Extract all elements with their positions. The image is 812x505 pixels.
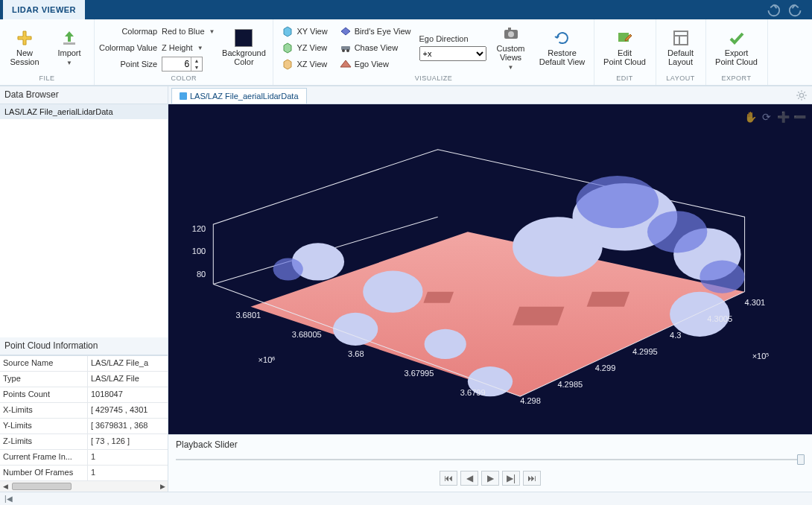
svg-rect-30 — [513, 307, 564, 325]
group-label-edit: EDIT — [599, 74, 651, 85]
view-tab-icon — [180, 92, 187, 100]
property-row: Number Of Frames1 — [0, 466, 168, 481]
svg-point-6 — [346, 49, 349, 52]
ego-icon — [340, 58, 352, 70]
canvas-tools: ✋ ⟳ ➕ ➖ — [743, 110, 806, 124]
data-browser-item[interactable]: LAS/LAZ File_aerialLidarData — [0, 104, 168, 119]
property-value: LAS/LAZ File_a — [88, 356, 168, 371]
property-row: Current Frame In...1 — [0, 450, 168, 466]
property-row: Source NameLAS/LAZ File_a — [0, 356, 168, 372]
property-key: Current Frame In... — [0, 450, 88, 465]
svg-rect-0 — [63, 42, 75, 45]
property-value: [ 429745 , 4301 — [88, 403, 168, 418]
svg-rect-31 — [587, 292, 630, 307]
status-bar: |◀ — [0, 492, 812, 505]
ribbon-group-file: New Session Import▼ FILE — [0, 19, 95, 85]
pointsize-label: Point Size — [121, 60, 158, 69]
xz-view-button[interactable]: XZ View — [278, 57, 331, 72]
undo-icon[interactable] — [764, 1, 781, 18]
spin-up-icon[interactable]: ▲ — [191, 57, 202, 64]
svg-text:4.298: 4.298 — [520, 396, 541, 405]
chevron-down-icon: ▼ — [209, 28, 215, 35]
colormap-dropdown[interactable]: Red to Blue ▼ — [162, 24, 215, 39]
svg-text:100: 100 — [192, 247, 206, 255]
property-row: Y-Limits[ 3679831 , 368 — [0, 419, 168, 434]
ego-direction-select[interactable]: +x — [419, 46, 486, 61]
point-cloud-canvas[interactable]: ✋ ⟳ ➕ ➖ — [168, 104, 812, 434]
chase-view-button[interactable]: Chase View — [336, 40, 415, 55]
property-row: TypeLAS/LAZ File — [0, 372, 168, 387]
svg-text:3.68: 3.68 — [348, 349, 364, 358]
gear-icon[interactable] — [796, 89, 808, 101]
horizontal-scrollbar[interactable]: ◀ ▶ — [0, 481, 168, 492]
custom-views-button[interactable]: Custom Views▼ — [491, 22, 531, 74]
point-size-spinner[interactable]: ▲▼ — [162, 57, 203, 72]
play-button[interactable]: ▶ — [481, 471, 499, 486]
group-label-export: EXPORT — [711, 74, 763, 85]
property-key: Source Name — [0, 356, 88, 371]
yz-view-button[interactable]: YZ View — [278, 40, 331, 55]
point-size-input[interactable] — [162, 57, 191, 71]
redo-icon[interactable] — [788, 1, 805, 18]
main-view: LAS/LAZ File_aerialLidarData ✋ ⟳ ➕ ➖ — [168, 86, 812, 492]
ribbon-group-export: Export Point Cloud EXPORT — [706, 19, 768, 85]
zoom-out-icon[interactable]: ➖ — [793, 110, 806, 124]
svg-marker-1 — [284, 27, 291, 36]
goto-end-button[interactable]: ⏭ — [523, 471, 541, 486]
ribbon: New Session Import▼ FILE Colormap Colorm… — [0, 19, 812, 86]
view-tab-active[interactable]: LAS/LAZ File_aerialLidarData — [171, 88, 307, 104]
svg-text:4.3: 4.3 — [670, 331, 681, 340]
layout-icon — [672, 29, 690, 47]
scroll-thumb[interactable] — [12, 483, 72, 490]
rotate-icon[interactable]: ⟳ — [760, 110, 773, 124]
pan-icon[interactable]: ✋ — [743, 110, 757, 124]
background-color-button[interactable]: Background Color — [219, 22, 268, 74]
scroll-left-icon[interactable]: ◀ — [0, 481, 10, 492]
property-row: Points Count1018047 — [0, 387, 168, 403]
svg-point-14 — [799, 93, 803, 97]
playback-title: Playback Slider — [176, 439, 805, 450]
zoom-in-icon[interactable]: ➕ — [776, 110, 790, 124]
step-back-button[interactable]: ◀ — [460, 471, 478, 486]
spin-down-icon[interactable]: ▼ — [191, 64, 202, 71]
default-layout-button[interactable]: Default Layout — [661, 22, 701, 74]
property-key: X-Limits — [0, 403, 88, 418]
property-value: [ 3679831 , 368 — [88, 419, 168, 433]
data-browser-title: Data Browser — [0, 86, 168, 104]
goto-start-button[interactable]: ⏮ — [440, 471, 457, 486]
step-forward-button[interactable]: ▶| — [502, 471, 520, 486]
chevron-down-icon: ▼ — [66, 60, 72, 66]
svg-text:4.2995: 4.2995 — [632, 347, 658, 356]
colormap-value-dropdown[interactable]: Z Height ▼ — [162, 40, 215, 55]
scroll-right-icon[interactable]: ▶ — [157, 481, 168, 492]
import-button[interactable]: Import▼ — [49, 22, 89, 74]
group-label-file: FILE — [4, 74, 89, 85]
property-row: Z-Limits[ 73 , 126 ] — [0, 434, 168, 450]
playback-slider[interactable] — [176, 454, 805, 465]
svg-rect-11 — [674, 31, 688, 45]
slider-thumb[interactable] — [797, 454, 805, 465]
ego-view-button[interactable]: Ego View — [336, 57, 415, 72]
svg-text:120: 120 — [192, 224, 206, 233]
xy-view-button[interactable]: XY View — [278, 24, 331, 39]
svg-point-20 — [425, 329, 466, 359]
svg-text:4.301: 4.301 — [745, 298, 766, 307]
svg-text:4.299: 4.299 — [595, 363, 616, 372]
svg-text:3.6799: 3.6799 — [460, 388, 486, 397]
new-session-button[interactable]: New Session — [4, 22, 45, 74]
restore-default-view-button[interactable]: Restore Default View — [536, 22, 589, 74]
side-panel: Data Browser LAS/LAZ File_aerialLidarDat… — [0, 86, 168, 492]
collapse-side-icon[interactable]: |◀ — [4, 495, 13, 503]
birds-eye-view-button[interactable]: Bird's Eye View — [336, 24, 415, 39]
svg-text:4.3005: 4.3005 — [707, 314, 732, 323]
export-point-cloud-button[interactable]: Export Point Cloud — [711, 22, 763, 74]
import-icon — [60, 29, 78, 47]
property-value: LAS/LAZ File — [88, 372, 168, 387]
app-tab[interactable]: LIDAR VIEWER — [3, 0, 85, 19]
check-icon — [728, 29, 746, 47]
edit-point-cloud-button[interactable]: Edit Point Cloud — [599, 22, 651, 74]
svg-point-8 — [508, 31, 514, 37]
point-cloud-info-title: Point Cloud Information — [0, 337, 168, 355]
svg-point-5 — [342, 49, 345, 52]
property-key: Type — [0, 372, 88, 387]
